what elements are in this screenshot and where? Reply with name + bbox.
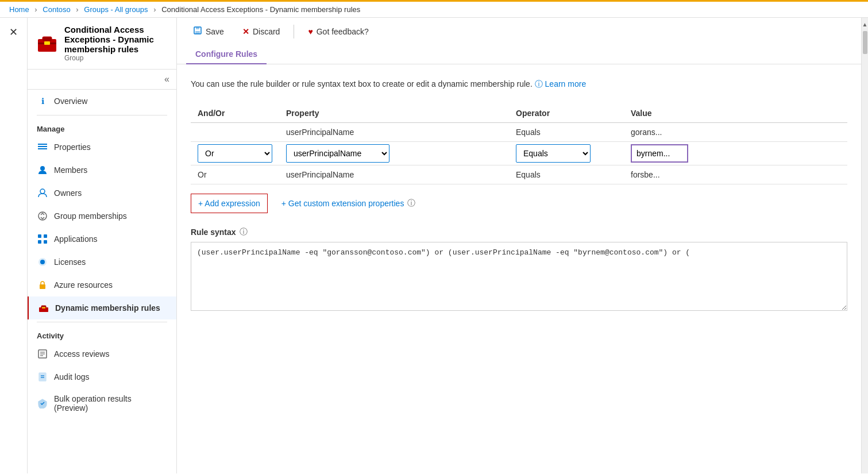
svg-point-15 — [40, 260, 45, 264]
sidebar-item-access-reviews[interactable]: Access reviews — [28, 342, 176, 365]
svg-rect-3 — [44, 41, 50, 45]
sidebar-item-bulk-operation[interactable]: Bulk operation results (Preview) — [28, 388, 176, 418]
row1-property: userPrincipalName — [279, 123, 509, 142]
table-row-edit: And Or userPrincipalName displayName mai… — [191, 142, 847, 165]
value-input[interactable] — [631, 144, 688, 163]
content-body: You can use the rule builder or rule syn… — [177, 64, 861, 473]
operator-select[interactable]: Equals Not Equals Contains Starts With M… — [516, 144, 591, 163]
info-text: You can use the rule builder or rule syn… — [191, 78, 847, 90]
sidebar-owners-label: Owners — [54, 188, 82, 198]
header-icon — [37, 33, 57, 54]
sidebar-properties-label: Properties — [54, 142, 91, 152]
row2-andor-cell: And Or — [191, 142, 279, 165]
toolbar-divider — [294, 25, 294, 38]
feedback-button[interactable]: ♥ Got feedback? — [301, 24, 375, 40]
svg-rect-28 — [196, 27, 199, 29]
info-tooltip-icon[interactable]: ⓘ — [535, 79, 545, 88]
save-label: Save — [206, 27, 224, 36]
info-icon: ℹ — [37, 95, 48, 107]
group-memberships-icon — [37, 210, 48, 222]
breadcrumb-contoso[interactable]: Contoso — [43, 5, 70, 14]
sidebar-item-owners[interactable]: Owners — [28, 182, 176, 205]
toolbar: Save ✕ Discard ♥ Got feedback? — [177, 18, 861, 45]
rule-syntax-input[interactable] — [191, 242, 847, 311]
row2-value-cell — [624, 142, 847, 165]
sidebar-item-properties[interactable]: Properties — [28, 136, 176, 159]
tab-configure-rules[interactable]: Configure Rules — [186, 45, 267, 64]
col-andor: And/Or — [191, 104, 279, 123]
svg-rect-19 — [42, 307, 45, 309]
row2-property-cell: userPrincipalName displayName mail depar… — [279, 142, 509, 165]
owners-icon — [37, 187, 48, 199]
breadcrumb: Home › Contoso › Groups - All groups › C… — [0, 0, 868, 18]
sidebar-azure-resources-label: Azure resources — [54, 280, 113, 290]
page-header: Conditional Access Exceptions - Dynamic … — [28, 18, 176, 70]
rules-table: And/Or Property Operator Value userPrinc… — [191, 104, 847, 184]
save-button[interactable]: Save — [186, 22, 231, 40]
discard-button[interactable]: ✕ Discard — [236, 24, 287, 40]
table-row: userPrincipalName Equals gorans... — [191, 123, 847, 142]
sidebar-bulk-label: Bulk operation results (Preview) — [54, 394, 167, 413]
sidebar-item-members[interactable]: Members — [28, 159, 176, 182]
sidebar: « ℹ Overview Manage Properties Members — [28, 70, 177, 418]
svg-rect-12 — [38, 240, 41, 244]
tabs: Configure Rules — [177, 45, 861, 64]
applications-icon — [37, 233, 48, 245]
add-expression-button[interactable]: + Add expression — [191, 194, 268, 213]
get-custom-label: + Get custom extension properties — [281, 199, 404, 208]
sidebar-licenses-label: Licenses — [54, 257, 86, 267]
scroll-thumb[interactable] — [863, 31, 867, 54]
svg-rect-10 — [38, 234, 41, 238]
breadcrumb-groups[interactable]: Groups - All groups — [84, 5, 148, 14]
sidebar-access-reviews-label: Access reviews — [54, 349, 109, 359]
svg-rect-4 — [38, 144, 47, 145]
sidebar-overview-label: Overview — [54, 97, 87, 106]
feedback-label: Got feedback? — [317, 27, 369, 36]
row1-operator: Equals — [509, 123, 624, 142]
custom-ext-info-icon: ⓘ — [407, 198, 415, 209]
row3-operator: Equals — [509, 165, 624, 184]
sidebar-item-group-memberships[interactable]: Group memberships — [28, 205, 176, 228]
access-reviews-icon — [37, 348, 48, 360]
rule-syntax-label: Rule syntax ⓘ — [191, 227, 847, 237]
row1-value: gorans... — [624, 123, 847, 142]
row1-andor — [191, 123, 279, 142]
svg-rect-16 — [40, 284, 45, 289]
property-select[interactable]: userPrincipalName displayName mail depar… — [286, 144, 389, 163]
svg-rect-1 — [43, 37, 52, 41]
page-title: Conditional Access Exceptions - Dynamic … — [64, 25, 167, 54]
audit-logs-icon — [37, 371, 48, 383]
sidebar-item-licenses[interactable]: Licenses — [28, 251, 176, 273]
main-content: Save ✕ Discard ♥ Got feedback? Configure… — [177, 18, 861, 473]
sidebar-item-overview[interactable]: ℹ Overview — [28, 90, 176, 113]
col-value: Value — [624, 104, 847, 123]
svg-rect-6 — [38, 148, 47, 149]
collapse-sidebar-button[interactable]: « — [164, 74, 169, 84]
breadcrumb-home[interactable]: Home — [9, 5, 29, 14]
table-row: Or userPrincipalName Equals forsbe... — [191, 165, 847, 184]
svg-point-7 — [40, 166, 45, 171]
sidebar-members-label: Members — [54, 165, 87, 175]
svg-rect-5 — [38, 146, 47, 147]
sidebar-item-azure-resources[interactable]: Azure resources — [28, 273, 176, 296]
discard-icon: ✕ — [242, 27, 249, 36]
add-expression-area: + Add expression + Get custom extension … — [191, 194, 847, 213]
azure-resources-icon — [37, 279, 48, 291]
sidebar-audit-logs-label: Audit logs — [54, 372, 89, 381]
main-header: Save ✕ Discard ♥ Got feedback? Configure… — [177, 18, 861, 64]
col-operator: Operator — [509, 104, 624, 123]
learn-more-link[interactable]: Learn more — [545, 79, 587, 88]
add-expression-label: + Add expression — [198, 199, 260, 208]
close-column: ✕ — [0, 18, 28, 473]
scroll-up-button[interactable]: ▲ — [861, 20, 868, 29]
sidebar-item-dynamic-membership[interactable]: Dynamic membership rules — [28, 296, 176, 319]
row3-property: userPrincipalName — [279, 165, 509, 184]
svg-rect-13 — [44, 240, 47, 244]
sidebar-item-applications[interactable]: Applications — [28, 228, 176, 251]
close-button[interactable]: ✕ — [5, 24, 22, 41]
licenses-icon — [37, 256, 48, 268]
get-custom-extension-button[interactable]: + Get custom extension properties ⓘ — [281, 198, 416, 209]
sidebar-group-memberships-label: Group memberships — [54, 211, 127, 221]
sidebar-item-audit-logs[interactable]: Audit logs — [28, 365, 176, 388]
andor-select[interactable]: And Or — [198, 144, 272, 163]
